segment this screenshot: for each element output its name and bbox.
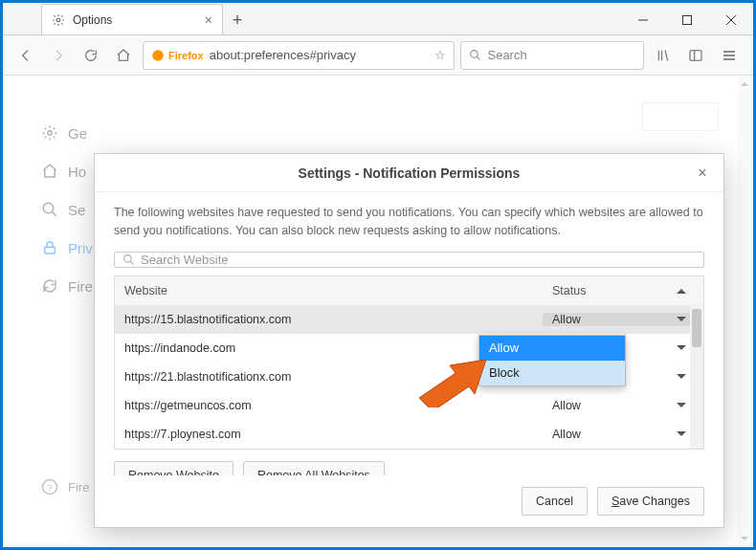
search-icon (469, 49, 481, 61)
svg-rect-2 (683, 16, 692, 25)
bookmark-star-icon[interactable]: ☆ (434, 48, 446, 62)
gear-icon (52, 13, 65, 27)
status-dropdown[interactable]: Allow (543, 428, 703, 441)
tab-options[interactable]: Options × (41, 4, 223, 34)
cancel-button[interactable]: Cancel (522, 487, 588, 516)
back-button[interactable] (12, 42, 39, 69)
dropdown-option-allow[interactable]: Allow (479, 336, 625, 361)
status-dropdown[interactable]: Allow (543, 313, 703, 326)
sort-caret-icon (677, 284, 686, 294)
chevron-down-icon (677, 374, 686, 384)
dialog-close-button[interactable]: × (693, 164, 712, 183)
svg-line-23 (130, 261, 133, 264)
table-row[interactable]: https://getmeuncos.com Allow (115, 391, 703, 420)
website-search-input[interactable]: Search Website (114, 252, 704, 268)
chevron-down-icon (677, 403, 686, 412)
firefox-icon: Firefox (151, 49, 204, 62)
table-scrollbar[interactable] (690, 305, 703, 449)
remove-website-button[interactable]: Remove Website (114, 461, 233, 476)
new-tab-button[interactable]: + (223, 6, 252, 34)
reload-button[interactable] (78, 42, 104, 69)
content-area: Ge Ho Se Priv Fire ?Fire www.pcrisk.com … (3, 76, 753, 547)
window-close-button[interactable] (709, 6, 753, 34)
url-bar[interactable]: Firefox about:preferences#privacy ☆ (143, 41, 455, 70)
url-text: about:preferences#privacy (210, 48, 356, 62)
library-icon[interactable] (650, 42, 677, 69)
svg-rect-11 (690, 50, 701, 60)
search-placeholder: Search (487, 48, 526, 62)
svg-line-7 (478, 56, 480, 59)
svg-point-5 (152, 50, 164, 61)
table-row[interactable]: https://7.ploynest.com Allow (115, 420, 703, 449)
svg-line-10 (665, 50, 668, 60)
chevron-down-icon (677, 431, 686, 441)
tab-label: Options (73, 13, 112, 27)
dialog-title: Settings - Notification Permissions (299, 165, 521, 181)
column-status[interactable]: Status (543, 284, 703, 297)
home-button[interactable] (110, 42, 137, 69)
svg-marker-24 (419, 360, 486, 407)
dialog-footer: Cancel Save Changes (95, 475, 723, 527)
table-body: https://15.blastnotificationx.com Allow … (115, 305, 703, 449)
permissions-table: Website Status https://15.blastnotificat… (114, 275, 704, 450)
notification-permissions-dialog: Settings - Notification Permissions × Th… (94, 153, 724, 528)
forward-button[interactable] (45, 42, 72, 69)
dropdown-option-block[interactable]: Block (479, 361, 625, 385)
menu-button[interactable] (715, 41, 744, 70)
status-dropdown-menu: Allow Block (478, 335, 626, 386)
annotation-arrow-icon (419, 360, 486, 407)
browser-window: Options × + Firefox about:preferences#pr… (3, 3, 753, 547)
svg-point-0 (56, 18, 60, 22)
tab-strip: Options × + (3, 3, 753, 35)
svg-point-22 (124, 254, 132, 262)
table-header: Website Status (115, 276, 703, 305)
search-icon (122, 253, 135, 266)
nav-toolbar: Firefox about:preferences#privacy ☆ Sear… (3, 35, 753, 76)
chevron-down-icon (677, 345, 686, 355)
save-changes-button[interactable]: Save Changes (597, 487, 704, 516)
column-website[interactable]: Website (115, 284, 543, 297)
close-icon[interactable]: × (205, 12, 212, 28)
dialog-header: Settings - Notification Permissions × (95, 154, 723, 192)
chevron-down-icon (677, 317, 686, 326)
remove-all-websites-button[interactable]: Remove All Websites (243, 461, 385, 476)
search-bar[interactable]: Search (460, 41, 644, 70)
status-dropdown[interactable]: Allow (543, 399, 703, 412)
svg-point-6 (471, 51, 478, 58)
table-row[interactable]: https://15.blastnotificationx.com Allow (115, 305, 703, 334)
sidebar-icon[interactable] (682, 42, 709, 69)
maximize-button[interactable] (665, 6, 709, 34)
minimize-button[interactable] (621, 6, 665, 34)
dialog-description: The following websites have requested to… (114, 204, 704, 240)
